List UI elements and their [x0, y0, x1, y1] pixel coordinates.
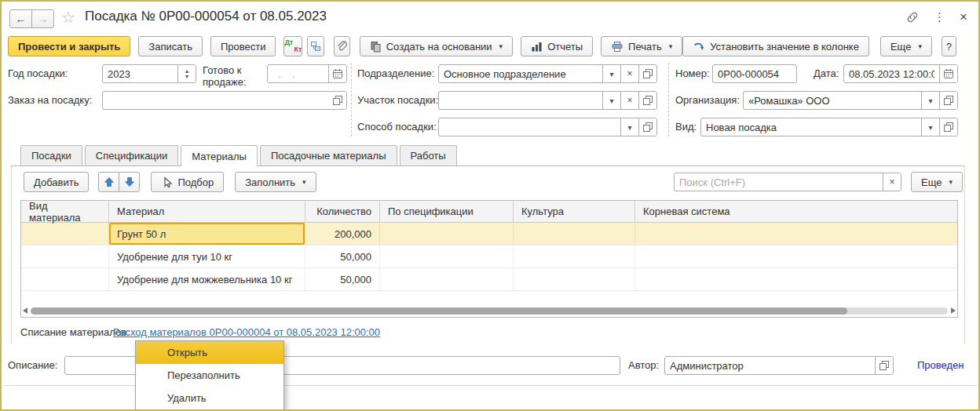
kind-input[interactable]: [701, 118, 921, 136]
move-down-button[interactable]: [119, 172, 140, 192]
favorite-star-icon[interactable]: ☆: [61, 8, 75, 27]
cell-root-system[interactable]: [635, 223, 957, 245]
table-row[interactable]: Удобрение для можжевельника 10 кг 50,000: [21, 268, 957, 291]
attachments-button[interactable]: [334, 36, 350, 56]
scrollbar-track[interactable]: [31, 307, 948, 315]
dtkt-postings-button[interactable]: Дт Кт: [283, 36, 302, 56]
ready-date-picker-button[interactable]: [328, 65, 346, 82]
context-menu-item-open[interactable]: Открыть: [136, 341, 283, 364]
column-header[interactable]: Количество: [305, 201, 380, 222]
window-menu-icon[interactable]: ⋮: [934, 9, 945, 25]
fill-button[interactable]: Заполнить▾: [235, 172, 316, 192]
organization-dropdown-button[interactable]: ▾: [921, 92, 939, 109]
planting-order-input[interactable]: [103, 92, 328, 109]
cell-root-system[interactable]: [635, 246, 957, 267]
chevron-down-icon: ▾: [609, 70, 613, 78]
tab-specifikacii[interactable]: Спецификации: [85, 145, 179, 165]
planting-order-open-button[interactable]: [328, 92, 346, 109]
planting-area-input[interactable]: [439, 92, 602, 109]
year-label: Год посадки:: [8, 64, 68, 83]
create-based-on-button[interactable]: Создать на основании▾: [360, 36, 513, 56]
kind-open-button[interactable]: [939, 118, 957, 136]
column-header[interactable]: Корневая система: [635, 201, 957, 222]
planting-area-open-button[interactable]: [638, 92, 656, 109]
cell-root-system[interactable]: [635, 268, 957, 290]
column-header[interactable]: Вид материала: [21, 201, 109, 222]
writeoff-document-link[interactable]: Расход материалов 0Р00-000004 от 08.05.2…: [113, 326, 380, 338]
author-input[interactable]: [665, 357, 875, 374]
department-open-button[interactable]: [638, 65, 656, 82]
scrollbar-thumb[interactable]: [31, 307, 847, 315]
pick-button[interactable]: Подбор: [151, 172, 224, 192]
cell-kind[interactable]: [21, 223, 109, 245]
cell-by-spec[interactable]: [380, 223, 514, 245]
department-clear-button[interactable]: ×: [620, 65, 638, 82]
add-row-button[interactable]: Добавить: [24, 172, 89, 192]
cell-material-current[interactable]: Грунт 50 л: [109, 223, 305, 245]
more-button[interactable]: Еще▾: [880, 36, 932, 56]
department-input[interactable]: [439, 65, 602, 82]
date-picker-button[interactable]: [939, 65, 957, 82]
column-header[interactable]: По спецификации: [380, 201, 514, 222]
context-menu-item-delete[interactable]: Удалить: [136, 387, 283, 409]
cell-kind[interactable]: [21, 268, 109, 290]
structure-button[interactable]: [307, 36, 324, 56]
cell-by-spec[interactable]: [380, 268, 514, 290]
organization-input[interactable]: [744, 92, 921, 109]
forward-button[interactable]: →: [31, 9, 54, 28]
tab-materialy[interactable]: Материалы: [181, 145, 258, 166]
planting-area-clear-button[interactable]: ×: [620, 92, 638, 109]
year-spinner[interactable]: ▴▾: [177, 65, 196, 82]
history-nav: ← →: [9, 9, 54, 28]
table-row[interactable]: Удобрение для туи 10 кг 50,000: [21, 246, 957, 268]
search-clear-button[interactable]: ×: [883, 173, 901, 191]
table-row[interactable]: Грунт 50 л 200,000: [21, 223, 957, 246]
tab-posadochnye-materialy[interactable]: Посадочные материалы: [260, 145, 397, 165]
grid-more-button[interactable]: Еще▾: [911, 172, 963, 192]
planting-method-dropdown-button[interactable]: ▾: [620, 118, 638, 136]
kind-dropdown-button[interactable]: ▾: [921, 118, 939, 136]
move-up-button[interactable]: [98, 172, 119, 192]
tab-raboty[interactable]: Работы: [400, 145, 457, 165]
post-and-close-button[interactable]: Провести и закрыть: [8, 36, 130, 56]
get-link-icon[interactable]: [905, 10, 920, 24]
planting-method-open-button[interactable]: [638, 118, 656, 136]
cell-culture[interactable]: [514, 223, 635, 245]
author-open-button[interactable]: [875, 357, 893, 374]
department-dropdown-button[interactable]: ▾: [602, 65, 620, 82]
help-button[interactable]: ?: [942, 36, 956, 56]
scroll-right-arrow[interactable]: [951, 307, 956, 314]
column-header[interactable]: Культура: [514, 201, 635, 222]
search-input[interactable]: [675, 173, 883, 191]
cell-material[interactable]: Удобрение для туи 10 кг: [109, 246, 305, 267]
cell-quantity[interactable]: 200,000: [305, 223, 380, 245]
cell-by-spec[interactable]: [380, 246, 514, 267]
horizontal-scrollbar[interactable]: [23, 306, 956, 315]
cell-quantity[interactable]: 50,000: [305, 246, 380, 267]
bar-chart-icon: [531, 41, 543, 53]
reports-button[interactable]: Отчеты: [521, 36, 593, 56]
planting-method-input[interactable]: [439, 118, 620, 136]
column-header[interactable]: Материал: [109, 201, 305, 222]
tab-posadki[interactable]: Посадки: [20, 145, 82, 165]
back-button[interactable]: ←: [9, 9, 32, 28]
planting-area-dropdown-button[interactable]: ▾: [602, 92, 620, 109]
year-input[interactable]: [103, 65, 177, 82]
write-button[interactable]: Записать: [138, 36, 203, 56]
scroll-left-arrow[interactable]: [23, 307, 27, 314]
ready-for-sale-input[interactable]: [268, 65, 328, 82]
number-input[interactable]: [713, 65, 796, 82]
print-button[interactable]: Печать▾: [601, 36, 682, 56]
context-menu-item-refill[interactable]: Перезаполнить: [136, 364, 283, 387]
cell-material[interactable]: Удобрение для можжевельника 10 кг: [109, 268, 305, 290]
cell-kind[interactable]: [21, 246, 109, 267]
set-column-value-button[interactable]: Установить значение в колонке: [682, 36, 869, 56]
cell-culture[interactable]: [514, 246, 635, 267]
paperclip-icon: [335, 40, 348, 53]
organization-open-button[interactable]: [939, 92, 957, 109]
cell-culture[interactable]: [514, 268, 635, 290]
date-input[interactable]: [844, 65, 939, 82]
cell-quantity[interactable]: 50,000: [305, 268, 380, 290]
post-button[interactable]: Провести: [210, 36, 276, 56]
close-icon[interactable]: ×: [960, 9, 967, 25]
